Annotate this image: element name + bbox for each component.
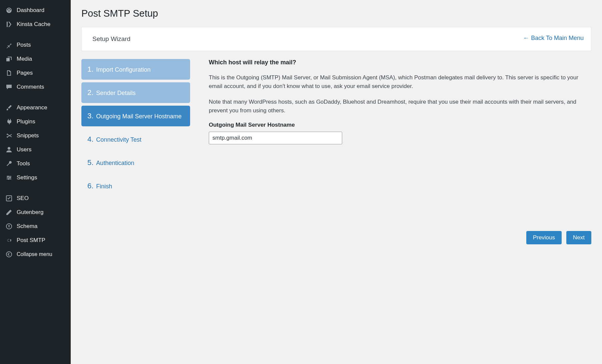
compass-icon <box>5 223 13 230</box>
sidebar-label: Snippets <box>17 132 39 139</box>
dashboard-icon <box>5 7 13 14</box>
sidebar-label: Settings <box>17 174 37 181</box>
admin-sidebar: Dashboard Kinsta Cache Posts Media Pages… <box>0 0 71 364</box>
sidebar-label: Schema <box>17 223 37 230</box>
wrench-icon <box>5 160 13 167</box>
back-to-main-link[interactable]: ← Back To Main Menu <box>523 35 584 42</box>
wizard-header-card: Setup Wizard ← Back To Main Menu <box>81 27 591 51</box>
sidebar-item-settings[interactable]: Settings <box>0 171 71 185</box>
sidebar-item-snippets[interactable]: Snippets <box>0 129 71 143</box>
media-icon <box>5 55 13 63</box>
sidebar-label: Pages <box>17 70 33 76</box>
sidebar-item-tools[interactable]: Tools <box>0 157 71 171</box>
previous-button[interactable]: Previous <box>526 231 562 244</box>
step-label: Finish <box>96 183 112 190</box>
sidebar-label: Appearance <box>17 104 47 111</box>
sidebar-item-pages[interactable]: Pages <box>0 66 71 80</box>
svg-point-9 <box>6 252 12 257</box>
wizard-step-6[interactable]: 6. Finish <box>81 176 190 196</box>
back-link-label: Back To Main Menu <box>531 35 584 42</box>
svg-point-2 <box>7 136 8 138</box>
step-number: 2. <box>87 88 93 97</box>
step-label: Connectivity Test <box>96 136 141 143</box>
sidebar-label: SEO <box>17 195 29 202</box>
scissors-icon <box>5 132 13 139</box>
step-label: Authentication <box>96 160 134 167</box>
comment-icon <box>5 83 13 91</box>
wizard-step-1[interactable]: 1. Import Configuration <box>81 59 190 80</box>
step-number: 4. <box>87 135 93 144</box>
step-number: 5. <box>87 158 93 167</box>
kinsta-icon <box>5 21 13 28</box>
seo-icon <box>5 195 13 202</box>
wizard-step-5[interactable]: 5. Authentication <box>81 152 190 173</box>
step-number: 3. <box>87 112 93 120</box>
sidebar-item-users[interactable]: Users <box>0 143 71 157</box>
sidebar-label: Kinsta Cache <box>17 21 50 28</box>
content-paragraph: Note that many WordPress hosts, such as … <box>209 98 591 115</box>
next-button[interactable]: Next <box>566 231 591 244</box>
pencil-icon <box>5 209 13 216</box>
wizard-step-3[interactable]: 3. Outgoing Mail Server Hostname <box>81 106 190 126</box>
svg-point-1 <box>7 134 8 135</box>
sidebar-item-post-smtp[interactable]: Post SMTP <box>0 233 71 247</box>
content-paragraph: This is the Outgoing (SMTP) Mail Server,… <box>209 73 591 91</box>
sliders-icon <box>5 174 13 181</box>
pages-icon <box>5 69 13 77</box>
sidebar-item-posts[interactable]: Posts <box>0 38 71 52</box>
sidebar-label: Gutenberg <box>17 209 43 216</box>
svg-point-3 <box>8 147 10 150</box>
sidebar-item-seo[interactable]: SEO <box>0 191 71 205</box>
user-icon <box>5 146 13 153</box>
sidebar-label: Plugins <box>17 118 35 125</box>
sidebar-item-kinsta[interactable]: Kinsta Cache <box>0 17 71 31</box>
sidebar-label: Comments <box>17 84 44 90</box>
wizard-step-2[interactable]: 2. Sender Details <box>81 82 190 103</box>
sidebar-label: Dashboard <box>17 7 44 14</box>
svg-point-0 <box>8 59 9 60</box>
step-label: Import Configuration <box>96 66 150 73</box>
wizard-step-4[interactable]: 4. Connectivity Test <box>81 129 190 150</box>
arrow-left-icon: ← <box>523 35 529 42</box>
svg-rect-4 <box>8 176 8 177</box>
gear-icon <box>5 237 13 244</box>
step-label: Sender Details <box>96 90 135 97</box>
content-heading: Which host will relay the mail? <box>209 59 591 66</box>
hostname-field-label: Outgoing Mail Server Hostname <box>209 122 591 128</box>
svg-rect-5 <box>10 177 10 178</box>
sidebar-item-dashboard[interactable]: Dashboard <box>0 3 71 17</box>
sidebar-label: Media <box>17 56 32 62</box>
step-number: 6. <box>87 182 93 190</box>
sidebar-item-appearance[interactable]: Appearance <box>0 101 71 115</box>
sidebar-label: Post SMTP <box>17 237 45 244</box>
step-number: 1. <box>87 65 93 74</box>
sidebar-label: Posts <box>17 42 31 48</box>
wizard-footer-buttons: Previous Next <box>209 231 591 244</box>
svg-rect-6 <box>8 178 9 180</box>
hostname-input[interactable] <box>209 132 342 144</box>
wizard-card-title: Setup Wizard <box>92 35 580 43</box>
sidebar-item-gutenberg[interactable]: Gutenberg <box>0 205 71 219</box>
wizard-body: 1. Import Configuration 2. Sender Detail… <box>81 59 591 244</box>
step-label: Outgoing Mail Server Hostname <box>96 113 181 120</box>
sidebar-label: Users <box>17 146 31 153</box>
page-title: Post SMTP Setup <box>81 8 591 19</box>
collapse-icon <box>5 251 13 258</box>
collapse-label: Collapse menu <box>17 251 52 257</box>
sidebar-item-comments[interactable]: Comments <box>0 80 71 94</box>
collapse-menu[interactable]: Collapse menu <box>0 247 71 261</box>
pin-icon <box>5 41 13 49</box>
sidebar-item-schema[interactable]: Schema <box>0 219 71 233</box>
plug-icon <box>5 118 13 125</box>
brush-icon <box>5 104 13 111</box>
wizard-steps: 1. Import Configuration 2. Sender Detail… <box>81 59 190 244</box>
sidebar-label: Tools <box>17 160 30 167</box>
sidebar-item-media[interactable]: Media <box>0 52 71 66</box>
sidebar-item-plugins[interactable]: Plugins <box>0 115 71 129</box>
wizard-content: Which host will relay the mail? This is … <box>209 59 591 244</box>
main-content: Post SMTP Setup Setup Wizard ← Back To M… <box>71 0 602 364</box>
